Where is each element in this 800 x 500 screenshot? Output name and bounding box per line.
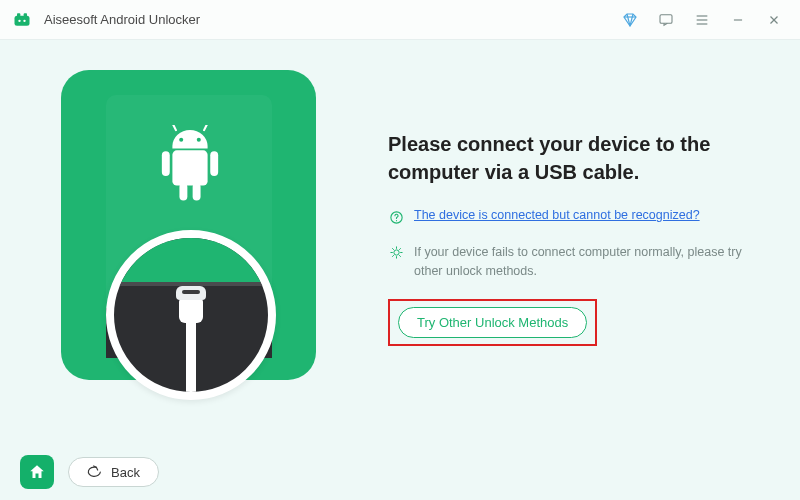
svg-rect-5 [660, 14, 672, 23]
instruction-panel: Please connect your device to the comput… [348, 70, 772, 434]
illustration-panel [28, 70, 348, 434]
svg-point-13 [196, 138, 200, 142]
usb-zoom-illustration [106, 230, 276, 400]
svg-point-4 [23, 19, 25, 21]
svg-point-22 [395, 220, 396, 221]
app-logo-icon [12, 10, 32, 30]
svg-rect-16 [172, 150, 207, 185]
try-other-methods-button[interactable]: Try Other Unlock Methods [398, 307, 587, 338]
svg-rect-19 [179, 183, 187, 201]
close-button[interactable] [760, 6, 788, 34]
svg-rect-17 [161, 151, 169, 176]
android-robot-icon [146, 125, 234, 225]
menu-icon[interactable] [688, 6, 716, 34]
svg-rect-1 [17, 13, 20, 17]
svg-rect-2 [24, 13, 27, 17]
app-title: Aiseesoft Android Unlocker [44, 12, 200, 27]
svg-line-15 [204, 125, 208, 130]
tip-text: If your device fails to connect computer… [414, 243, 752, 281]
tip-row: If your device fails to connect computer… [388, 243, 752, 281]
footer-bar: Back [0, 444, 800, 500]
svg-rect-0 [15, 15, 30, 25]
feedback-icon[interactable] [652, 6, 680, 34]
back-button[interactable]: Back [68, 457, 159, 487]
help-link-row: The device is connected but cannot be re… [388, 208, 752, 225]
svg-point-12 [179, 138, 183, 142]
minimize-button[interactable] [724, 6, 752, 34]
svg-point-3 [18, 19, 20, 21]
cta-highlight-box: Try Other Unlock Methods [388, 299, 597, 346]
svg-rect-20 [192, 183, 200, 201]
back-label: Back [111, 465, 140, 480]
home-button[interactable] [20, 455, 54, 489]
svg-rect-18 [210, 151, 218, 176]
diamond-icon[interactable] [616, 6, 644, 34]
connect-illustration [61, 70, 316, 380]
gear-tip-icon [388, 244, 404, 260]
titlebar: Aiseesoft Android Unlocker [0, 0, 800, 40]
back-arrow-icon [87, 464, 103, 480]
svg-line-14 [172, 125, 176, 130]
main-content: Please connect your device to the comput… [0, 40, 800, 444]
device-not-recognized-link[interactable]: The device is connected but cannot be re… [414, 208, 700, 222]
question-icon [388, 209, 404, 225]
usb-cable-icon [171, 286, 211, 400]
headline-text: Please connect your device to the comput… [388, 130, 752, 186]
svg-point-23 [393, 249, 398, 254]
